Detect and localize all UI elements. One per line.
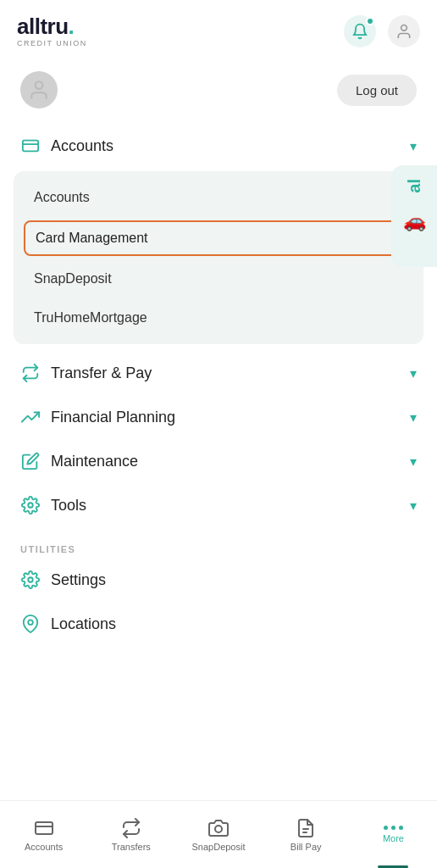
svg-rect-7: [36, 822, 53, 834]
notification-dot: [366, 17, 374, 25]
nav-item-transfer-pay[interactable]: Transfer & Pay ▾: [14, 351, 423, 395]
nav-item-tools[interactable]: Tools ▾: [14, 483, 423, 527]
svg-point-1: [36, 81, 43, 89]
bottom-nav-more-label: More: [383, 833, 404, 843]
dropdown-item-truhomemortgage[interactable]: TruHomeMortgage: [14, 298, 423, 337]
slide-panel-text: al: [405, 179, 424, 193]
dropdown-item-card-management[interactable]: Card Management: [24, 220, 413, 256]
maintenance-icon: [20, 451, 41, 471]
bottom-nav-transfers-label: Transfers: [112, 842, 151, 852]
car-emoji: 🚗: [403, 210, 426, 232]
user-icon: [396, 23, 412, 40]
nav-item-maintenance[interactable]: Maintenance ▾: [14, 439, 423, 483]
main-nav: Accounts ▾ Accounts Card Management Snap…: [0, 124, 437, 646]
svg-point-4: [28, 503, 33, 508]
bottom-nav-snapdeposit[interactable]: SnapDeposit: [174, 801, 262, 868]
svg-point-0: [401, 25, 407, 31]
bottom-nav-more[interactable]: More: [350, 801, 437, 868]
utilities-section-label: UTILITIES: [14, 534, 423, 558]
bottom-nav-transfers[interactable]: Transfers: [87, 801, 174, 868]
tools-icon: [20, 495, 41, 515]
bottom-nav-snapdeposit-icon: [208, 818, 229, 838]
notification-bell-button[interactable]: [344, 15, 376, 47]
financial-planning-label: Financial Planning: [51, 409, 400, 426]
tools-label: Tools: [51, 497, 400, 515]
accounts-nav-icon: [20, 136, 41, 156]
profile-button[interactable]: [388, 15, 420, 47]
settings-icon: [20, 570, 41, 590]
transfer-pay-icon: [20, 363, 41, 383]
user-row: Log out: [0, 56, 437, 124]
bottom-nav-snapdeposit-label: SnapDeposit: [192, 842, 246, 852]
logo-text: alltru.: [17, 15, 87, 37]
dropdown-item-snapdeposit[interactable]: SnapDeposit: [14, 259, 423, 298]
app-header: alltru. CREDIT UNION: [0, 0, 437, 56]
financial-planning-chevron-icon: ▾: [410, 409, 417, 426]
maintenance-chevron-icon: ▾: [410, 453, 417, 470]
financial-planning-icon: [20, 407, 41, 427]
nav-item-settings[interactable]: Settings: [14, 558, 423, 602]
bottom-nav: Accounts Transfers SnapDeposit Bill Pay: [0, 800, 437, 868]
settings-label: Settings: [51, 571, 417, 589]
dropdown-item-accounts[interactable]: Accounts: [14, 178, 423, 217]
transfer-pay-chevron-icon: ▾: [410, 365, 417, 381]
accounts-chevron-icon: ▾: [410, 138, 417, 154]
logout-button[interactable]: Log out: [337, 75, 417, 106]
nav-item-accounts[interactable]: Accounts ▾: [14, 124, 423, 168]
avatar-icon: [28, 79, 50, 101]
svg-point-6: [28, 620, 33, 625]
bottom-nav-accounts-label: Accounts: [25, 842, 63, 852]
bottom-nav-billpay-icon: [296, 818, 316, 838]
svg-point-9: [215, 826, 222, 832]
tools-chevron-icon: ▾: [410, 498, 417, 514]
header-icons: [344, 15, 420, 47]
avatar: [20, 71, 58, 108]
accounts-dropdown: Accounts Card Management SnapDeposit Tru…: [14, 171, 423, 344]
locations-label: Locations: [51, 615, 417, 633]
slide-panel[interactable]: al 🚗: [391, 165, 437, 267]
logo: alltru. CREDIT UNION: [17, 15, 87, 47]
bottom-nav-transfers-icon: [121, 818, 141, 838]
nav-item-locations[interactable]: Locations: [14, 602, 423, 646]
logo-sub: CREDIT UNION: [17, 39, 87, 47]
accounts-nav-label: Accounts: [51, 137, 400, 155]
nav-item-financial-planning[interactable]: Financial Planning ▾: [14, 395, 423, 439]
bottom-nav-accounts-icon: [34, 818, 54, 838]
transfer-pay-label: Transfer & Pay: [51, 364, 400, 382]
more-dots-icon: [384, 826, 403, 830]
bottom-nav-billpay-label: Bill Pay: [290, 842, 322, 852]
svg-rect-2: [23, 141, 38, 152]
locations-icon: [20, 614, 41, 634]
svg-point-5: [28, 577, 33, 582]
bell-icon: [351, 23, 368, 40]
maintenance-label: Maintenance: [51, 453, 400, 470]
bottom-nav-accounts[interactable]: Accounts: [0, 801, 87, 868]
bottom-nav-billpay[interactable]: Bill Pay: [263, 801, 350, 868]
